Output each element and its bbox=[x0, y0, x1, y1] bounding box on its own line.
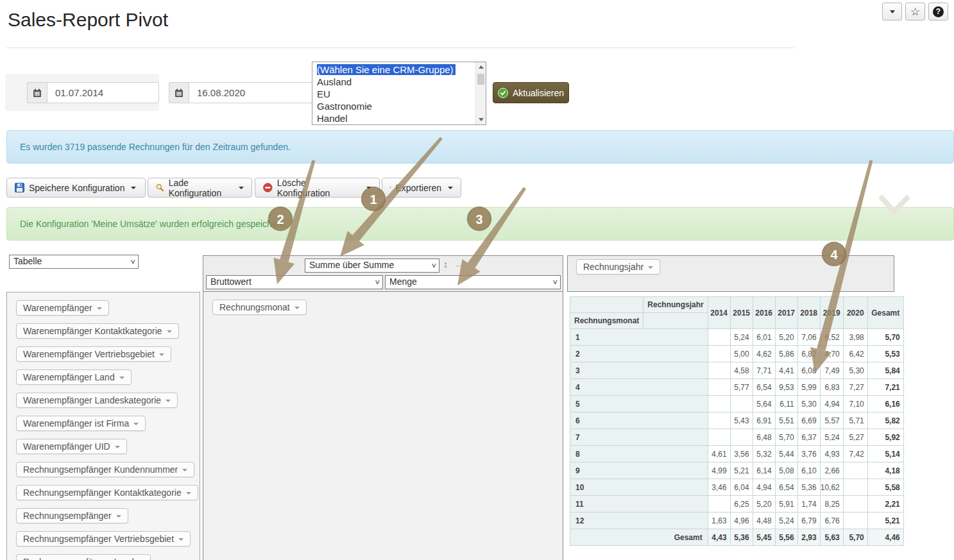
pivot-value-cell: 6,54 bbox=[775, 479, 797, 496]
field-pill[interactable]: Warenempfänger Vertriebsgebiet bbox=[16, 346, 171, 362]
listbox-scrollbar[interactable] bbox=[475, 62, 486, 124]
pivot-value-cell bbox=[708, 412, 730, 429]
field-pill[interactable]: Warenempfänger Landeskategorie bbox=[16, 393, 178, 408]
pivot-value-cell: 6,76 bbox=[820, 513, 843, 529]
pivot-value-cell bbox=[843, 496, 867, 513]
pivot-value-cell bbox=[708, 396, 730, 412]
widget-menu-button[interactable] bbox=[882, 3, 902, 21]
field-pill-row: Rechnungsempfänger bbox=[16, 508, 200, 523]
crm-group-option-label: Gastronomie bbox=[317, 101, 372, 112]
pivot-value-cell: 7,49 bbox=[820, 362, 843, 379]
chevron-down-icon bbox=[159, 353, 164, 356]
field-pill[interactable]: Warenempfänger Kontaktkategorie bbox=[16, 323, 179, 339]
pivot-value-cell: 6,69 bbox=[797, 412, 820, 429]
pivot-value-cell: 1,63 bbox=[708, 513, 730, 529]
field-pill[interactable]: Warenempfänger bbox=[16, 300, 109, 316]
excel-icon bbox=[390, 183, 391, 192]
chevron-down-icon: ˅ bbox=[552, 276, 558, 289]
field-pill-row: Warenempfänger ist Firma bbox=[16, 416, 200, 431]
calendar-icon[interactable] bbox=[169, 82, 189, 103]
field-pill[interactable]: Warenempfänger ist Firma bbox=[16, 416, 146, 431]
pivot-value-cell: 5,57 bbox=[820, 412, 843, 429]
swap-vertical-icon[interactable]: ↕ bbox=[443, 259, 448, 269]
pivot-year-header: 2020 bbox=[843, 297, 867, 329]
field-pill[interactable]: Warenempfänger UID bbox=[16, 439, 127, 454]
column-drop-zone: Rechnungsjahr bbox=[567, 255, 894, 292]
chevron-down-icon bbox=[239, 187, 244, 189]
pivot-value-cell: 5,86 bbox=[775, 346, 797, 362]
pivot-value-cell: 5,36 bbox=[797, 479, 820, 496]
pivot-value-cell bbox=[708, 362, 730, 379]
calendar-icon[interactable] bbox=[27, 82, 47, 103]
value-select-value: Bruttowert bbox=[210, 276, 251, 287]
field-pill[interactable]: Rechnungsempfänger Kundennummer bbox=[16, 462, 194, 477]
crm-group-option[interactable]: (Wählen Sie eine CRM-Gruppe) bbox=[313, 64, 475, 76]
value-select[interactable]: Bruttowert ˅ bbox=[206, 275, 383, 289]
pivot-value-cell bbox=[708, 329, 730, 346]
export-button[interactable]: Exportieren bbox=[382, 178, 461, 198]
save-configuration-button[interactable]: Speichere Konfiguration bbox=[6, 178, 146, 198]
chevron-down-icon bbox=[119, 377, 124, 379]
pivot-value-cell: 6,01 bbox=[753, 329, 775, 346]
crm-group-option[interactable]: Gastronomie bbox=[313, 100, 475, 112]
crm-group-option[interactable]: EU bbox=[313, 88, 475, 100]
pivot-row: 121,634,964,485,246,796,765,21 bbox=[570, 513, 904, 529]
pivot-value-cell: 1,74 bbox=[797, 496, 820, 513]
crm-group-option[interactable]: Ausland bbox=[313, 76, 475, 88]
pivot-value-cell: 6,11 bbox=[775, 396, 797, 412]
field-pill[interactable]: Rechnungsempfänger Land bbox=[16, 554, 151, 560]
crm-group-listbox[interactable]: (Wählen Sie eine CRM-Gruppe)AuslandEUGas… bbox=[312, 62, 486, 125]
pivot-value-cell: 4,61 bbox=[708, 446, 730, 462]
pivot-row-label: 12 bbox=[570, 513, 708, 529]
pivot-value-cell: 7,10 bbox=[843, 396, 867, 412]
pivot-row-label: 11 bbox=[570, 496, 708, 513]
refresh-button[interactable]: Aktualisieren bbox=[493, 82, 569, 103]
scroll-down-icon[interactable] bbox=[479, 118, 484, 121]
pivot-row: 76,485,706,375,245,275,92 bbox=[570, 429, 904, 446]
favorite-button[interactable]: ☆ bbox=[905, 3, 925, 21]
column-field-label: Rechnungsjahr bbox=[583, 262, 643, 272]
magnifier-icon bbox=[156, 183, 164, 192]
pivot-value-cell bbox=[843, 479, 867, 496]
load-configuration-button[interactable]: Lade Konfiguration bbox=[148, 178, 252, 198]
field-pill-label: Rechnungsempfänger Land bbox=[23, 557, 134, 560]
delete-configuration-button[interactable]: Lösche Konfiguration bbox=[255, 178, 380, 198]
scroll-up-icon[interactable] bbox=[479, 65, 484, 69]
pivot-row: 84,613,565,325,443,764,937,425,14 bbox=[570, 446, 904, 462]
date-to-input[interactable]: 16.08.2020 bbox=[189, 82, 314, 103]
help-button[interactable]: ? bbox=[928, 3, 948, 21]
pivot-value-cell: 5,36 bbox=[730, 529, 753, 546]
pivot-value-cell: 5,43 bbox=[730, 412, 753, 429]
pivot-value-cell: 5,00 bbox=[730, 346, 753, 362]
pivot-corner-empty bbox=[643, 313, 708, 329]
pivot-value-cell: 5,21 bbox=[730, 462, 753, 479]
pivot-value-cell: 5,20 bbox=[753, 496, 775, 513]
row-field-pill[interactable]: Rechnungsmonat bbox=[212, 300, 307, 315]
field-pill-label: Rechnungsempfänger Kontaktkategorie bbox=[23, 488, 182, 498]
pivot-value-cell: 3,98 bbox=[843, 329, 867, 346]
crm-group-option[interactable]: Handel bbox=[313, 112, 475, 124]
success-alert: Die Konfiguration 'Meine Umsätze' wurden… bbox=[6, 207, 954, 241]
pivot-value-cell: 6,04 bbox=[730, 479, 753, 496]
field-pill[interactable]: Rechnungsempfänger Vertriebsgebiet bbox=[16, 531, 191, 547]
view-type-select[interactable]: Tabelle ˅ bbox=[9, 255, 139, 269]
field-pill[interactable]: Warenempfänger Land bbox=[16, 369, 132, 385]
swap-horizontal-icon[interactable]: ↔ bbox=[454, 259, 463, 269]
aggregate-select[interactable]: Summe über Summe ˅ bbox=[305, 259, 439, 273]
pivot-value-cell: 6,10 bbox=[797, 462, 820, 479]
pivot-row-label: 9 bbox=[570, 462, 708, 479]
star-icon: ☆ bbox=[910, 5, 920, 19]
value2-select[interactable]: Menge ˅ bbox=[385, 275, 561, 289]
field-pill[interactable]: Rechnungsempfänger bbox=[16, 508, 128, 523]
row-drop-zone: Rechnungsmonat bbox=[203, 292, 563, 560]
field-pill[interactable]: Rechnungsempfänger Kontaktkategorie bbox=[16, 485, 198, 500]
chevron-down-icon bbox=[178, 538, 183, 541]
field-pill-label: Warenempfänger bbox=[23, 303, 92, 313]
column-field-pill[interactable]: Rechnungsjahr bbox=[576, 259, 660, 275]
pivot-value-cell: 5,70 bbox=[775, 429, 797, 446]
date-from-input[interactable]: 01.07.2014 bbox=[47, 82, 159, 103]
aggregate-value: Summe über Summe bbox=[309, 260, 394, 270]
success-alert-text: Die Konfiguration 'Meine Umsätze' wurden… bbox=[20, 219, 285, 229]
crm-group-option-label: Handel bbox=[317, 113, 348, 124]
scrollbar-thumb[interactable] bbox=[477, 74, 484, 85]
